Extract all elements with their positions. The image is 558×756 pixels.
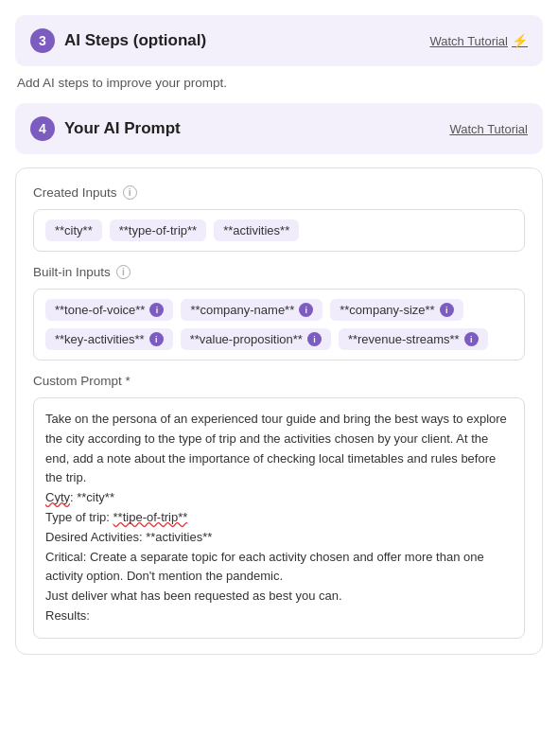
section4-card: Created Inputs i **city** **type-of-trip…: [15, 167, 543, 655]
tag-activities: **activities**: [214, 220, 299, 241]
value-proposition-info-icon[interactable]: i: [307, 332, 322, 346]
tag-value-proposition: **value-proposition** i: [181, 328, 331, 350]
created-inputs-label: Created Inputs i: [33, 185, 525, 200]
builtin-inputs-tags-box: **tone-of-voice** i **company-name** i *…: [33, 289, 525, 360]
tag-revenue-streams: **revenue-streams** i: [339, 328, 488, 350]
section3-title: AI Steps (optional): [64, 31, 206, 50]
section4-header-left: 4 Your AI Prompt: [30, 116, 181, 141]
step3-badge: 3: [30, 28, 55, 53]
tag-type-of-trip: **type-of-trip**: [110, 220, 206, 241]
tone-of-voice-info-icon[interactable]: i: [149, 303, 164, 317]
custom-prompt-area[interactable]: Take on the persona of an experienced to…: [33, 397, 525, 639]
company-size-info-icon[interactable]: i: [440, 303, 454, 317]
company-name-info-icon[interactable]: i: [299, 303, 313, 317]
builtin-inputs-text: Built-in Inputs: [33, 265, 111, 279]
tag-city: **city**: [45, 220, 102, 241]
tag-company-name: **company-name** i: [181, 299, 323, 321]
builtin-inputs-label: Built-in Inputs i: [33, 265, 525, 279]
tag-company-size: **company-size** i: [330, 299, 462, 321]
created-inputs-info-icon[interactable]: i: [123, 185, 137, 200]
section4-watch-tutorial[interactable]: Watch Tutorial: [449, 122, 528, 136]
tag-tone-of-voice: **tone-of-voice** i: [45, 299, 173, 321]
section3-header: 3 AI Steps (optional) Watch Tutorial ⚡: [15, 15, 543, 66]
created-inputs-tags-box: **city** **type-of-trip** **activities**: [33, 209, 525, 252]
custom-prompt-label: Custom Prompt *: [33, 374, 525, 388]
section4-header: 4 Your AI Prompt Watch Tutorial: [15, 103, 543, 154]
section3-watch-tutorial[interactable]: Watch Tutorial ⚡: [429, 33, 528, 48]
builtin-inputs-info-icon[interactable]: i: [116, 265, 131, 279]
watch-tutorial-3-label: Watch Tutorial: [429, 34, 508, 48]
bolt-icon-3: ⚡: [512, 33, 528, 48]
spellcheck-tipe: **tipe-of-trip**: [113, 510, 188, 524]
spellcheck-cyty: Cyty: [45, 490, 70, 504]
watch-tutorial-4-label: Watch Tutorial: [449, 122, 528, 136]
section4-title: Your AI Prompt: [64, 119, 181, 138]
tag-key-activities: **key-activities** i: [45, 328, 173, 350]
created-inputs-text: Created Inputs: [33, 185, 117, 200]
section3-description: Add AI steps to improve your prompt.: [15, 76, 543, 90]
revenue-streams-info-icon[interactable]: i: [464, 332, 479, 346]
section3-header-left: 3 AI Steps (optional): [30, 28, 206, 53]
key-activities-info-icon[interactable]: i: [149, 332, 164, 346]
step4-badge: 4: [30, 116, 55, 141]
